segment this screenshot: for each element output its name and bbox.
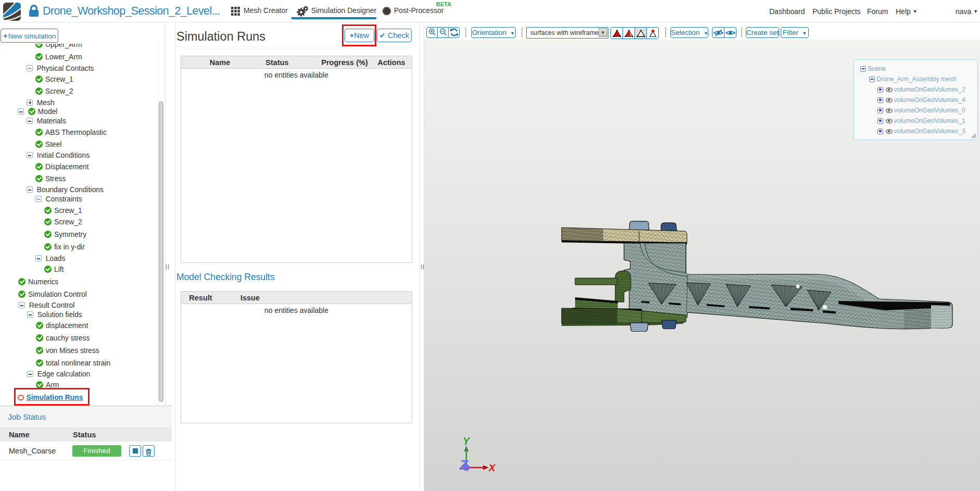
svg-text:X: X bbox=[488, 462, 496, 473]
svg-text:Y: Y bbox=[463, 435, 470, 447]
svg-text:Z: Z bbox=[459, 457, 468, 473]
